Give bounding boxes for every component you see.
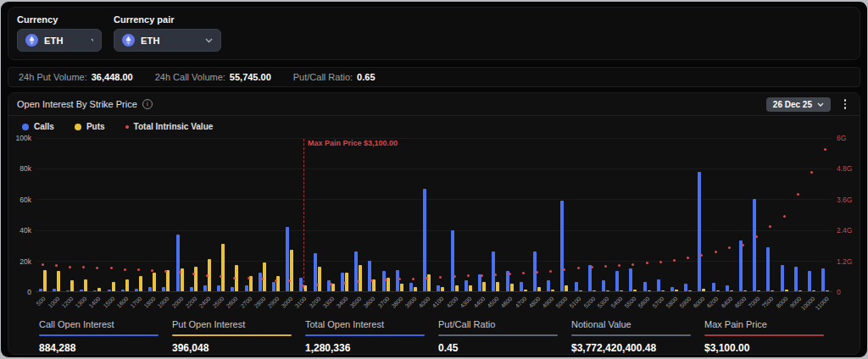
strike-group xyxy=(269,138,282,291)
stat-label: Max Pain Price xyxy=(704,319,824,334)
panel-title-text: Open Interest By Strike Price xyxy=(17,99,137,109)
puts-bar xyxy=(153,273,156,291)
calls-bar xyxy=(698,172,701,291)
calls-bar xyxy=(451,230,454,291)
intrinsic-value-dot xyxy=(439,276,442,279)
intrinsic-value-dot xyxy=(151,269,153,272)
strike-group xyxy=(146,138,159,291)
calls-bar xyxy=(80,290,83,291)
intrinsic-value-dot xyxy=(453,275,456,278)
calls-bar xyxy=(492,251,495,291)
calls-bar xyxy=(437,285,440,291)
strike-group xyxy=(819,138,832,291)
calls-bar xyxy=(148,287,152,291)
intrinsic-value-dot xyxy=(687,257,689,259)
puts-bar xyxy=(125,279,129,291)
legend-item-puts[interactable]: Puts xyxy=(75,122,105,131)
strike-group xyxy=(365,138,379,291)
strike-group xyxy=(558,138,571,291)
left-axis-tick: 60k xyxy=(19,196,31,204)
strike-group xyxy=(489,138,503,291)
right-axis-tick: 4.8G xyxy=(837,164,852,173)
panel-title: Open Interest By Strike Price xyxy=(17,99,153,109)
calls-bar xyxy=(53,289,56,291)
max-pain-label: Max Pain Price $3,100.00 xyxy=(308,139,398,147)
right-axis-tick: 3.6G xyxy=(837,196,852,204)
max-pain-line xyxy=(303,139,304,291)
intrinsic-value-dot xyxy=(494,273,497,276)
puts-bar xyxy=(166,270,170,291)
strike-group xyxy=(598,138,612,291)
panel-header: Open Interest By Strike Price 26 Dec 25 xyxy=(8,93,860,116)
intrinsic-value-dot xyxy=(536,271,538,273)
eth-coin-icon xyxy=(25,34,38,47)
puts-bar xyxy=(372,279,376,291)
strike-group xyxy=(186,138,200,291)
strike-group xyxy=(77,138,91,291)
stat-total-open-interest: Total Open Interest 1,280,336 xyxy=(305,319,438,354)
left-axis-tick: 100k xyxy=(16,134,31,142)
puts-bar xyxy=(606,290,609,291)
strike-group xyxy=(406,138,420,291)
intrinsic-value-dot xyxy=(797,193,799,196)
puts-bar xyxy=(303,285,307,291)
currency-select[interactable]: ETH xyxy=(17,29,102,52)
strike-group xyxy=(131,138,145,291)
puts-bar xyxy=(524,290,527,291)
legend-item-intrinsic[interactable]: Total Intrinsic Value xyxy=(125,122,214,131)
legend-item-calls[interactable]: Calls xyxy=(22,122,54,131)
expiry-date-value: 26 Dec 25 xyxy=(773,100,812,109)
intrinsic-value-dot xyxy=(646,262,648,264)
intrinsic-value-dot xyxy=(412,278,415,280)
put-call-ratio-value: 0.65 xyxy=(357,72,375,82)
chart-area: 100k80k60k40k20k0 Max Pain Price $3,100.… xyxy=(8,135,860,314)
currency-pair-select[interactable]: ETH xyxy=(114,29,221,52)
calls-bar xyxy=(629,268,632,291)
currency-pair-value: ETH xyxy=(141,36,160,46)
strike-group xyxy=(804,138,818,291)
controls-panel: Currency ETH Currency pair xyxy=(8,7,860,60)
calls-bar xyxy=(712,283,715,291)
intrinsic-value-dot xyxy=(522,272,525,274)
calls-bar xyxy=(272,282,275,291)
intrinsic-value-dot xyxy=(385,279,387,281)
strike-group xyxy=(585,138,598,291)
calls-bar xyxy=(382,271,386,291)
stat-put-call-ratio: Put/Call Ratio 0.45 xyxy=(438,319,571,354)
call-volume-value: 55,745.00 xyxy=(230,72,271,82)
legend-intrinsic-label: Total Intrinsic Value xyxy=(134,122,214,131)
calls-bar xyxy=(121,290,125,291)
calls-bar xyxy=(575,282,578,291)
intrinsic-value-dot xyxy=(330,283,332,285)
info-icon[interactable] xyxy=(142,99,153,109)
puts-bar xyxy=(688,290,692,291)
strike-group xyxy=(173,138,186,291)
calls-bar xyxy=(684,284,687,291)
currency-group: Currency ETH xyxy=(17,14,102,52)
strike-group xyxy=(352,138,365,291)
intrinsic-value-dot xyxy=(755,235,758,238)
strike-group xyxy=(448,138,461,291)
calls-bar xyxy=(176,235,180,291)
chevron-down-icon xyxy=(817,102,824,107)
stat-value: $3,772,420,400.48 xyxy=(571,336,691,354)
puts-bar xyxy=(812,290,815,291)
right-axis-tick: 1.2G xyxy=(837,257,852,266)
intrinsic-value-dot xyxy=(316,284,319,286)
stat-value: 884,288 xyxy=(39,336,159,354)
calls-bar xyxy=(547,280,550,291)
chevron-down-icon xyxy=(205,38,213,43)
calls-bar xyxy=(93,290,97,291)
left-axis-tick: 80k xyxy=(19,164,31,173)
expiry-date-select[interactable]: 26 Dec 25 xyxy=(766,97,831,112)
kebab-menu-icon[interactable] xyxy=(839,97,851,111)
put-call-ratio-stat: Put/Call Ratio: 0.65 xyxy=(293,72,376,82)
puts-bar xyxy=(400,284,403,291)
puts-bar xyxy=(441,287,444,291)
left-axis-tick: 0 xyxy=(27,288,31,296)
calls-bar xyxy=(588,265,592,291)
put-volume-value: 36,448.00 xyxy=(92,72,133,82)
strike-group xyxy=(640,138,654,291)
right-axis-tick: 6G xyxy=(837,134,846,142)
intrinsic-value-dot xyxy=(69,266,71,268)
